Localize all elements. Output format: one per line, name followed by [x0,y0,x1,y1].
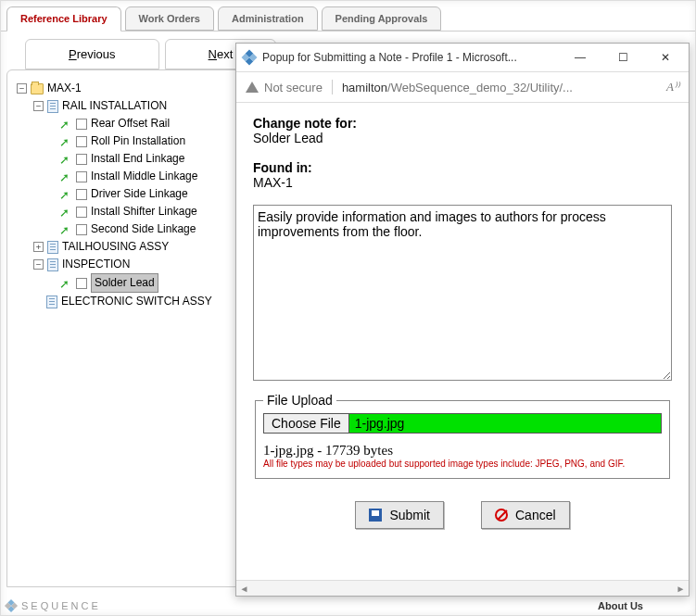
file-chooser[interactable]: Choose File 1-jpg.jpg [263,413,662,434]
document-icon [47,100,58,113]
popup-body: Change note for: Solder Lead Found in: M… [236,103,689,580]
checkbox[interactable] [76,154,87,165]
collapse-icon[interactable]: − [17,83,27,94]
collapse-icon[interactable]: − [33,101,44,111]
tree-item[interactable]: Second Side Linkage [91,220,196,238]
window-titlebar: Popup for Submitting a Note - Profile 1 … [236,44,689,71]
button-row: Submit Cancel [253,501,672,529]
file-hint: All file types may be uploaded but suppo… [263,459,662,469]
tree-group-electronic[interactable]: ELECTRONIC SWITCH ASSY [61,293,212,310]
not-secure-indicator[interactable]: Not secure [246,81,323,94]
tree-item[interactable]: Roll Pin Installation [91,132,185,150]
tree-item[interactable]: Rear Offset Rail [91,115,170,132]
tree-item[interactable]: Install Middle Linkage [91,168,197,185]
note-popup: Popup for Submitting a Note - Profile 1 … [235,43,690,597]
checkbox[interactable] [76,136,87,147]
tree-item[interactable]: Install Shifter Linkage [91,203,197,220]
tab-pending-approvals[interactable]: Pending Approvals [322,6,442,31]
chosen-file-name: 1-jpg.jpg [349,414,661,433]
found-in-value: MAX-1 [253,175,672,190]
checkbox[interactable] [76,278,87,289]
save-icon [369,509,382,522]
arrow-icon [59,224,72,235]
main-tabbar: Reference Library Work Orders Administra… [1,1,695,31]
brand-icon [5,599,18,612]
divider [332,80,333,94]
tree-group-rail[interactable]: RAIL INSTALLATION [62,97,167,115]
arrow-icon [59,207,72,218]
checkbox[interactable] [76,224,87,235]
arrow-icon [59,171,72,182]
horizontal-scrollbar[interactable]: ◄ ► [236,580,689,596]
maximize-button[interactable]: ☐ [601,44,644,71]
minimize-button[interactable]: — [559,44,601,71]
prev-button[interactable]: Previous [25,39,159,69]
scroll-left-icon[interactable]: ◄ [236,581,252,597]
tab-administration[interactable]: Administration [218,6,318,31]
footer: SEQUENCE About Us [6,600,690,611]
tab-reference-library[interactable]: Reference Library [6,6,121,31]
arrow-icon [59,278,72,289]
choose-file-button[interactable]: Choose File [264,414,349,433]
collapse-icon[interactable]: − [33,259,44,270]
address-bar: Not secure hamilton/WebSequence_demo_32/… [236,71,689,103]
brand-logo: SEQUENCE [6,600,101,611]
arrow-icon [59,136,72,147]
url-display[interactable]: hamilton/WebSequence_demo_32/Utility/... [342,81,657,94]
arrow-icon [59,119,72,130]
note-textarea[interactable] [253,205,672,381]
cancel-icon [495,509,508,522]
tree-item[interactable]: Driver Side Linkage [91,185,188,203]
file-upload-fieldset: File Upload Choose File 1-jpg.jpg 1-jpg.… [255,393,670,479]
warning-icon [246,82,259,93]
submit-button[interactable]: Submit [355,501,444,529]
tree-item-selected[interactable]: Solder Lead [91,273,158,293]
cancel-button[interactable]: Cancel [481,501,570,529]
reader-mode-icon[interactable]: A⁾⁾ [666,80,679,94]
file-upload-legend: File Upload [263,393,336,408]
tree-group-tailhousing[interactable]: TAILHOUSING ASSY [62,238,169,256]
document-icon [47,258,58,271]
document-icon [47,241,58,254]
tree-item[interactable]: Install End Linkage [91,150,184,168]
checkbox[interactable] [76,171,87,182]
checkbox[interactable] [76,119,87,130]
folder-icon [31,83,44,94]
tab-work-orders[interactable]: Work Orders [125,6,214,31]
checkbox[interactable] [76,189,87,200]
tree-group-inspection[interactable]: INSPECTION [62,256,130,273]
arrow-icon [59,189,72,200]
window-title: Popup for Submitting a Note - Profile 1 … [262,51,559,64]
about-link[interactable]: About Us [598,600,643,611]
close-button[interactable]: ✕ [644,44,687,71]
app-icon [242,50,258,66]
document-icon [46,295,57,308]
change-note-value: Solder Lead [253,131,672,145]
found-in-label: Found in: [253,160,312,175]
file-info: 1-jpg.jpg - 17739 bytes [263,443,662,459]
expand-icon[interactable]: + [33,242,44,252]
scroll-right-icon[interactable]: ► [673,581,689,597]
arrow-icon [59,154,72,165]
change-note-label: Change note for: [253,116,357,131]
tree-root[interactable]: MAX-1 [47,80,82,97]
checkbox[interactable] [76,207,87,218]
